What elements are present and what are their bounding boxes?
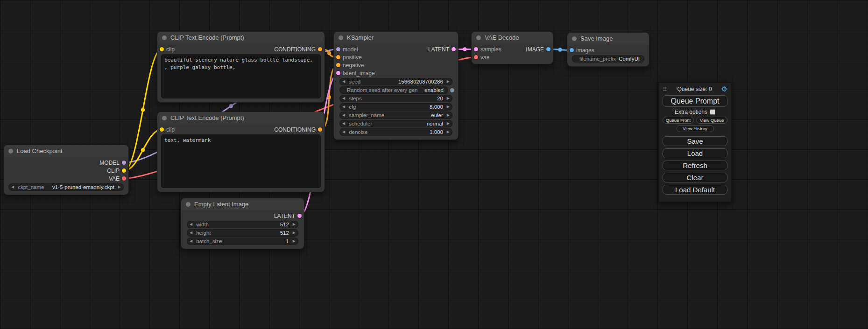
node-title-bar[interactable]: CLIP Text Encode (Prompt): [157, 32, 325, 43]
widget-steps[interactable]: ◀ steps 20 ▶: [339, 95, 452, 102]
decrement-arrow-icon[interactable]: ◀: [190, 231, 192, 235]
output-dot-model[interactable]: [122, 161, 126, 165]
node-save-image[interactable]: Save Image images filename_prefix ComfyU…: [567, 33, 649, 66]
node-load-checkpoint[interactable]: Load Checkpoint MODEL CLIP VAE: [4, 145, 128, 195]
collapse-dot-icon[interactable]: [476, 35, 481, 40]
increment-arrow-icon[interactable]: ▶: [447, 97, 450, 100]
input-dot-latent-image[interactable]: [336, 71, 340, 75]
decrement-arrow-icon[interactable]: ◀: [342, 130, 345, 134]
input-slot-positive[interactable]: positive: [336, 54, 362, 61]
widget-scheduler[interactable]: ◀ scheduler normal ▶: [339, 120, 452, 127]
output-dot-clip[interactable]: [122, 168, 126, 173]
increment-arrow-icon[interactable]: ▶: [447, 80, 450, 84]
input-slot-model[interactable]: model: [336, 46, 358, 53]
input-dot-model[interactable]: [336, 47, 340, 51]
node-ksampler[interactable]: KSampler model LATENT positive: [334, 32, 458, 140]
extra-options-checkbox[interactable]: [710, 109, 715, 115]
input-slot-samples[interactable]: samples: [474, 46, 501, 53]
view-history-button[interactable]: View History: [677, 125, 714, 132]
increment-arrow-icon[interactable]: ▶: [118, 185, 121, 189]
node-title-bar[interactable]: CLIP Text Encode (Prompt): [157, 112, 325, 124]
input-slot-negative[interactable]: negative: [336, 62, 364, 69]
widget-height[interactable]: ◀ height 512 ▶: [187, 229, 298, 237]
decrement-arrow-icon[interactable]: ◀: [190, 239, 192, 243]
decrement-arrow-icon[interactable]: ◀: [11, 185, 14, 189]
output-dot-vae[interactable]: [122, 176, 126, 181]
input-dot-vae[interactable]: [474, 55, 478, 59]
decrement-arrow-icon[interactable]: ◀: [342, 105, 345, 109]
input-dot-samples[interactable]: [474, 47, 478, 51]
widget-sampler-name[interactable]: ◀ sampler_name euler ▶: [339, 112, 452, 119]
input-dot-clip[interactable]: [160, 127, 164, 132]
input-slot-clip[interactable]: clip: [160, 46, 175, 53]
node-title-bar[interactable]: Save Image: [567, 33, 649, 44]
clear-button[interactable]: Clear: [663, 173, 727, 182]
node-title-bar[interactable]: VAE Decode: [472, 32, 553, 43]
collapse-dot-icon[interactable]: [162, 116, 167, 120]
collapse-dot-icon[interactable]: [186, 202, 191, 207]
output-slot-latent[interactable]: LATENT: [274, 213, 302, 219]
output-dot-image[interactable]: [546, 47, 550, 51]
node-title-bar[interactable]: Load Checkpoint: [4, 145, 128, 157]
output-dot-conditioning[interactable]: [318, 127, 322, 132]
increment-arrow-icon[interactable]: ▶: [293, 231, 296, 235]
decrement-arrow-icon[interactable]: ◀: [342, 113, 345, 117]
graph-canvas[interactable]: Load Checkpoint MODEL CLIP VAE: [0, 0, 868, 329]
increment-arrow-icon[interactable]: ▶: [447, 105, 450, 109]
decrement-arrow-icon[interactable]: ◀: [342, 122, 345, 126]
widget-width[interactable]: ◀ width 512 ▶: [187, 221, 298, 228]
positive-prompt-textarea[interactable]: beautiful scenery nature glass bottle la…: [161, 54, 321, 98]
widget-cfg[interactable]: ◀ cfg 8.000 ▶: [339, 103, 452, 111]
increment-arrow-icon[interactable]: ▶: [447, 130, 450, 134]
input-dot-images[interactable]: [570, 48, 574, 52]
output-dot-latent[interactable]: [297, 214, 302, 218]
decrement-arrow-icon[interactable]: ◀: [190, 223, 192, 226]
output-slot-conditioning[interactable]: CONDITIONING: [274, 126, 322, 133]
collapse-dot-icon[interactable]: [339, 35, 343, 40]
seed-toggle-dot-icon[interactable]: [450, 88, 454, 92]
queue-front-button[interactable]: Queue Front: [663, 117, 694, 124]
widget-denoise[interactable]: ◀ denoise 1.000 ▶: [339, 128, 452, 136]
widget-random-seed-mode[interactable]: Random seed after every gen enabled: [339, 86, 448, 94]
collapse-dot-icon[interactable]: [162, 35, 167, 40]
node-empty-latent-image[interactable]: Empty Latent Image LATENT ◀ width 512 ▶ …: [181, 198, 304, 249]
settings-gear-icon[interactable]: ⚙: [721, 85, 727, 93]
increment-arrow-icon[interactable]: ▶: [447, 122, 450, 126]
increment-arrow-icon[interactable]: ▶: [293, 239, 296, 243]
widget-batch-size[interactable]: ◀ batch_size 1 ▶: [187, 238, 298, 245]
widget-ckpt-name[interactable]: ◀ ckpt_name v1-5-pruned-emaonly.ckpt ▶: [8, 183, 124, 191]
input-dot-clip[interactable]: [160, 47, 164, 51]
widget-seed[interactable]: ◀ seed 156680208700286 ▶: [339, 78, 452, 85]
node-vae-decode[interactable]: VAE Decode samples IMAGE vae: [472, 32, 553, 64]
refresh-button[interactable]: Refresh: [663, 161, 727, 170]
decrement-arrow-icon[interactable]: ◀: [342, 97, 345, 100]
output-slot-latent[interactable]: LATENT: [428, 46, 456, 53]
input-slot-vae[interactable]: vae: [474, 54, 489, 61]
collapse-dot-icon[interactable]: [572, 36, 577, 41]
view-queue-button[interactable]: View Queue: [696, 117, 727, 124]
increment-arrow-icon[interactable]: ▶: [447, 113, 450, 117]
output-slot-model[interactable]: MODEL: [99, 160, 126, 166]
queue-prompt-button[interactable]: Queue Prompt: [663, 95, 727, 107]
output-slot-vae[interactable]: VAE: [109, 175, 126, 182]
load-button[interactable]: Load: [663, 148, 727, 158]
collapse-dot-icon[interactable]: [8, 149, 13, 154]
node-title-bar[interactable]: KSampler: [334, 32, 458, 43]
input-dot-negative[interactable]: [336, 63, 340, 67]
decrement-arrow-icon[interactable]: ◀: [342, 80, 345, 84]
widget-filename-prefix[interactable]: filename_prefix ComfyUI: [572, 55, 644, 63]
output-slot-clip[interactable]: CLIP: [107, 168, 126, 174]
node-clip-text-encode-positive[interactable]: CLIP Text Encode (Prompt) clip CONDITION…: [157, 32, 325, 102]
node-clip-text-encode-negative[interactable]: CLIP Text Encode (Prompt) clip CONDITION…: [157, 112, 325, 192]
input-dot-positive[interactable]: [336, 55, 340, 59]
output-slot-conditioning[interactable]: CONDITIONING: [274, 46, 322, 53]
negative-prompt-textarea[interactable]: text, watermark: [161, 134, 321, 188]
input-slot-latent-image[interactable]: latent_image: [336, 70, 375, 77]
increment-arrow-icon[interactable]: ▶: [293, 223, 296, 226]
node-title-bar[interactable]: Empty Latent Image: [181, 198, 304, 210]
input-slot-clip[interactable]: clip: [160, 126, 175, 133]
load-default-button[interactable]: Load Default: [663, 185, 727, 195]
save-button[interactable]: Save: [663, 136, 727, 146]
input-slot-images[interactable]: images: [570, 47, 594, 54]
drag-handle-icon[interactable]: ⠿: [663, 86, 667, 93]
